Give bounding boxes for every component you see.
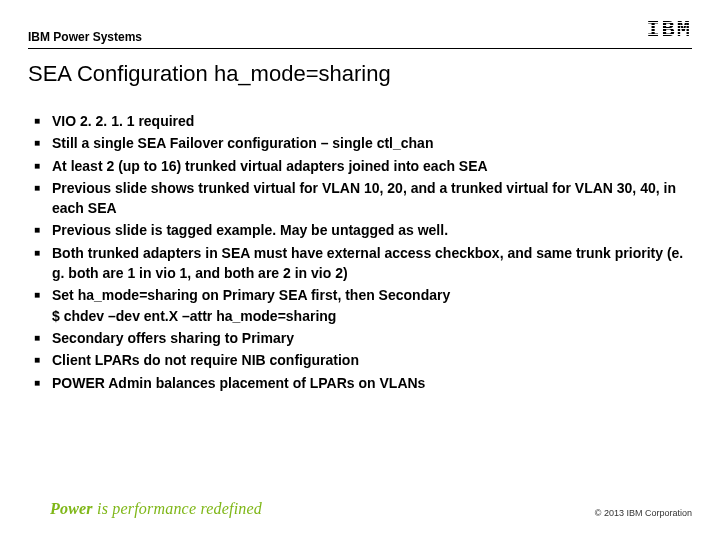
bullet-text: At least 2 (up to 16) trunked virtual ad… bbox=[52, 158, 488, 174]
bullet-text: POWER Admin balances placement of LPARs … bbox=[52, 375, 425, 391]
slide: IBM Power Systems IBM SEA Configuration … bbox=[0, 0, 720, 540]
copyright: © 2013 IBM Corporation bbox=[595, 508, 692, 518]
bullet-item: Previous slide is tagged example. May be… bbox=[34, 220, 692, 240]
page-title: SEA Configuration ha_mode=sharing bbox=[28, 61, 692, 87]
bullet-text: Still a single SEA Failover configuratio… bbox=[52, 135, 433, 151]
bullet-item: Previous slide shows trunked virtual for… bbox=[34, 178, 692, 219]
bullet-text: Both trunked adapters in SEA must have e… bbox=[52, 245, 683, 281]
bullet-item: Secondary offers sharing to Primary bbox=[34, 328, 692, 348]
bullet-text: Client LPARs do not require NIB configur… bbox=[52, 352, 359, 368]
bullet-text: Set ha_mode=sharing on Primary SEA first… bbox=[52, 287, 450, 303]
tagline: Power is performance redefined bbox=[50, 500, 262, 518]
bullet-item: Set ha_mode=sharing on Primary SEA first… bbox=[34, 285, 692, 326]
bullet-text: Previous slide is tagged example. May be… bbox=[52, 222, 448, 238]
bullet-item: At least 2 (up to 16) trunked virtual ad… bbox=[34, 156, 692, 176]
bullet-text: Previous slide shows trunked virtual for… bbox=[52, 180, 676, 216]
tagline-rest: is performance redefined bbox=[93, 500, 262, 517]
ibm-logo: IBM bbox=[646, 20, 692, 42]
bullet-item: Still a single SEA Failover configuratio… bbox=[34, 133, 692, 153]
bullet-list: VIO 2. 2. 1. 1 requiredStill a single SE… bbox=[28, 111, 692, 393]
bullet-item: VIO 2. 2. 1. 1 required bbox=[34, 111, 692, 131]
ibm-logo-text: IBM bbox=[646, 20, 692, 42]
bullet-subtext: $ chdev –dev ent.X –attr ha_mode=sharing bbox=[52, 308, 336, 324]
bullet-item: Client LPARs do not require NIB configur… bbox=[34, 350, 692, 370]
bullet-text: Secondary offers sharing to Primary bbox=[52, 330, 294, 346]
header: IBM Power Systems IBM bbox=[28, 20, 692, 49]
bullet-item: POWER Admin balances placement of LPARs … bbox=[34, 373, 692, 393]
header-label: IBM Power Systems bbox=[28, 30, 142, 44]
bullet-text: VIO 2. 2. 1. 1 required bbox=[52, 113, 194, 129]
bullet-item: Both trunked adapters in SEA must have e… bbox=[34, 243, 692, 284]
tagline-prefix: Power bbox=[50, 500, 93, 517]
